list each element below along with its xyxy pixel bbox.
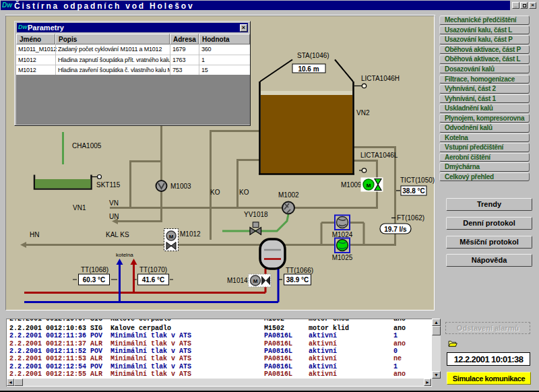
svg-text:19.7 l/s: 19.7 l/s <box>384 226 407 233</box>
svg-text:TT(1070): TT(1070) <box>139 266 167 273</box>
svg-text:STA(1046): STA(1046) <box>297 52 329 59</box>
svg-text:M1002: M1002 <box>278 191 299 199</box>
svg-text:kotelna: kotelna <box>116 252 133 258</box>
svg-text:M1003: M1003 <box>170 183 191 190</box>
svg-text:M: M <box>253 278 258 284</box>
svg-text:UN: UN <box>109 213 119 220</box>
svg-text:38.8 °C: 38.8 °C <box>402 187 424 195</box>
svg-text:LICTA1046H: LICTA1046H <box>361 75 400 82</box>
svg-text:M: M <box>169 234 174 240</box>
svg-text:M1012: M1012 <box>180 230 201 238</box>
svg-text:M: M <box>367 183 371 189</box>
svg-text:HN: HN <box>30 231 39 238</box>
svg-text:M1025: M1025 <box>332 254 353 261</box>
svg-text:KAL KS: KAL KS <box>106 231 129 238</box>
svg-text:FT(1062): FT(1062) <box>397 214 424 222</box>
svg-text:41.6 °C: 41.6 °C <box>142 276 164 284</box>
svg-text:VN: VN <box>109 199 119 207</box>
svg-text:VN2: VN2 <box>356 109 370 117</box>
svg-text:M1024: M1024 <box>332 231 353 238</box>
svg-text:TT(1066): TT(1066) <box>286 267 313 274</box>
svg-text:LICTA1046L: LICTA1046L <box>360 152 398 159</box>
svg-text:60.3 °C: 60.3 °C <box>83 276 105 284</box>
svg-text:KO: KO <box>210 189 220 196</box>
svg-text:SKT115: SKT115 <box>96 181 121 189</box>
svg-text:YV1018: YV1018 <box>244 211 268 218</box>
svg-text:38.9 °C: 38.9 °C <box>286 276 309 284</box>
svg-text:M1009: M1009 <box>341 181 362 189</box>
svg-text:M1014: M1014 <box>227 277 248 284</box>
svg-text:VN1: VN1 <box>73 204 86 211</box>
svg-text:TICT(1050): TICT(1050) <box>400 176 435 184</box>
svg-text:CHA1005: CHA1005 <box>72 142 102 150</box>
svg-text:TT(1068): TT(1068) <box>81 266 108 273</box>
svg-text:10.6 m: 10.6 m <box>298 65 319 73</box>
svg-text:KO: KO <box>239 189 249 196</box>
